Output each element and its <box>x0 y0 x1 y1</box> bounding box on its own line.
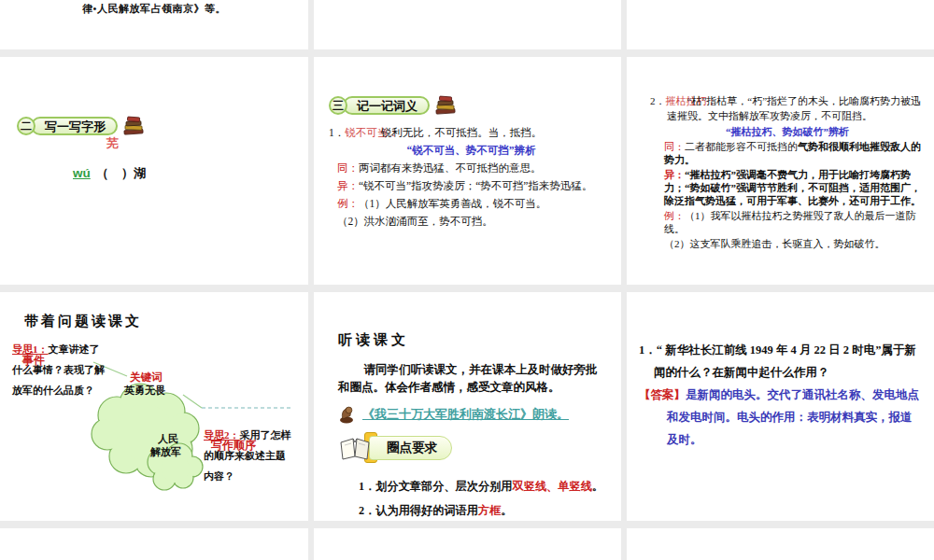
question-line: 1．“ 新华社长江前线 1949 年 4 月 22 日 2 时电”属于新闻的什么… <box>639 339 921 384</box>
answer-text: 是新闻的电头。交代了通讯社名称、发电地点和发电时间。电头的作用：表明材料真实，报… <box>667 388 919 446</box>
slide-word-meanings-2[interactable]: 2．摧枯拉朽：“枯”指枯草，“朽”指烂了的木头，比喻腐朽势力被迅速摧毁。文中指解… <box>627 57 934 285</box>
keyword-label: 关键词 <box>130 371 163 385</box>
books-icon <box>433 95 458 116</box>
item-highlight: 双竖线、单竖线 <box>513 480 592 493</box>
diff-text: “摧枯拉朽”强调毫不费气力，用于比喻打垮腐朽势力；“势如破竹”强调节节胜利，不可… <box>664 169 921 206</box>
list-item: 1．划分文章部分、层次分别用双竖线、单竖线。 <box>359 474 612 498</box>
section-badge: 二 写一写字形 <box>17 115 146 137</box>
slide-fragment-poem[interactable]: 律•人民解放军占领南京》等。 <box>0 0 308 49</box>
guiding-question-2: 导思2：采用了怎样的顺序来叙述主题内容？ <box>204 425 294 486</box>
listen-title: 听读课文 <box>338 331 612 349</box>
slide-next-blank-2[interactable] <box>314 528 621 560</box>
overlay-keyword-order: 写作顺序 <box>211 438 256 454</box>
example-line-2: （2）洪水汹涌而至，势不可挡。 <box>337 213 614 231</box>
overlay-keyword-event: 事件 <box>22 353 45 369</box>
pinyin-blank-line: wú（ ）湖 <box>73 165 147 182</box>
same-line: 同：二者都能形容不可抵挡的气势和很顺利地摧毁敌人的势力。 <box>664 140 925 166</box>
comparison-title: “摧枯拉朽、势如破竹”辨析 <box>650 125 925 138</box>
cloud-text-line-2: 解放军 <box>150 445 181 459</box>
answer-label: 【答案】 <box>639 388 686 401</box>
section-badge: 三 记一记词义 <box>329 94 458 117</box>
character-after-blank: 湖 <box>134 166 147 180</box>
slide-next-blank-3[interactable] <box>627 528 934 560</box>
keyword-text: 英勇无畏 <box>124 384 165 398</box>
item-highlight: 方框 <box>478 504 501 517</box>
audio-link-row: 《我三十万大军胜利南渡长江》朗读。 <box>338 405 612 424</box>
slide-listen-reading[interactable]: 听读课文 请同学们听读课文，并在课本上及时做好旁批和圈点。体会作者感情，感受文章… <box>314 292 621 521</box>
vocab2-content: 2．摧枯拉朽：“枯”指枯草，“朽”指烂了的木头，比喻腐朽势力被迅速摧毁。文中指解… <box>627 57 934 250</box>
requirement-list: 1．划分文章部分、层次分别用双竖线、单竖线。 2．认为用得好的词语用方框。 3．… <box>359 474 612 521</box>
blank-parens: （ ） <box>96 166 134 180</box>
same-label: 同： <box>664 141 685 152</box>
slide-question-answer[interactable]: 1．“ 新华社长江前线 1949 年 4 月 22 日 2 时电”属于新闻的什么… <box>627 292 934 521</box>
item-number: 1． <box>329 127 345 138</box>
list-item: 2．认为用得好的词语用方框。 <box>359 498 612 521</box>
example-text-1: （1）我军以摧枯拉朽之势摧毁了敌人的最后一道防线。 <box>664 210 916 234</box>
definition: 锐利无比，不可抵挡。当，抵挡。 <box>381 127 543 138</box>
definition-line: 1．锐不可当：锐利无比，不可抵挡。当，抵挡。 <box>329 124 614 142</box>
item-text: 划分文章部分、层次分别用 <box>375 480 512 493</box>
same-text: 两词都有来势迅猛、不可抵挡的意思。 <box>359 162 542 174</box>
item-end: 。 <box>501 504 512 517</box>
item-end: 。 <box>592 480 603 493</box>
badge-number: 二 <box>17 117 35 135</box>
badge-label: 圈点要求 <box>369 436 452 460</box>
qa-content: 1．“ 新华社长江前线 1949 年 4 月 22 日 2 时电”属于新闻的什么… <box>627 292 934 451</box>
example-label: 例： <box>664 210 685 221</box>
slide-mindmap[interactable]: 带着问题读课文 导思1：文章讲述了什么事情？表现了解放军的什么品质？ 事件 关键… <box>0 292 308 521</box>
example-line-1: 例：（1）人民解放军英勇善战，锐不可当。 <box>337 195 614 213</box>
badge-label: 记一记词义 <box>343 96 430 115</box>
item-number: 2． <box>650 95 666 106</box>
definition: “枯”指枯草，“朽”指烂了的木头，比喻腐朽势力被迅速摧毁。文中指解放军攻势凌厉，… <box>667 95 921 121</box>
cloud-text-line-1: 人民 <box>158 432 178 446</box>
answer-line: 【答案】是新闻的电头。交代了通讯社名称、发电地点和发电时间。电头的作用：表明材料… <box>639 384 921 451</box>
example-text-1: （1）人民解放军英勇善战，锐不可当。 <box>359 198 546 209</box>
same-label: 同： <box>337 162 359 174</box>
diff-label: 异： <box>664 169 685 180</box>
definition-line: 2．摧枯拉朽：“枯”指枯草，“朽”指烂了的木头，比喻腐朽势力被迅速摧毁。文中指解… <box>650 93 925 123</box>
mindmap-title: 带着问题读课文 <box>24 313 142 330</box>
item-text: 认为用得好的词语用 <box>375 504 478 517</box>
question-text: “ 新华社长江前线 1949 年 4 月 22 日 2 时电”属于新闻的什么？在… <box>654 343 916 379</box>
badge-label: 写一写字形 <box>31 117 118 135</box>
example-label: 例： <box>337 198 359 209</box>
slide-fragment-blank-1[interactable] <box>314 0 621 49</box>
item-number: 1． <box>359 480 375 493</box>
audio-link[interactable]: 《我三十万大军胜利南渡长江》朗读。 <box>362 406 569 423</box>
vocab1-content: 三 记一记词义 1．锐不可当：锐利无比，不可抵挡。当，抵挡。 “锐不可当、势不可… <box>314 57 621 231</box>
guiding-question-1: 导思1：文章讲述了什么事情？表现了解放军的什么品质？ <box>12 339 106 400</box>
listen-instructions: 请同学们听读课文，并在课本上及时做好旁批和圈点。体会作者感情，感受文章的风格。 <box>338 361 601 397</box>
slide-word-meanings-1[interactable]: 三 记一记词义 1．锐不可当：锐利无比，不可抵挡。当，抵挡。 “锐不可当、势不可… <box>314 57 621 285</box>
diff-line: 异：“摧枯拉朽”强调毫不费气力，用于比喻打垮腐朽势力；“势如破竹”强调节节胜利，… <box>664 168 925 207</box>
slide-write-characters[interactable]: 二 写一写字形 芜 wú（ ）湖 <box>0 57 308 285</box>
red-character: 芜 <box>106 135 119 152</box>
slide-text: 律•人民解放军占领南京》等。 <box>0 0 308 16</box>
circling-requirements-badge: 圈点要求 <box>338 433 612 463</box>
pinyin: wú <box>73 166 91 180</box>
item-number: 2． <box>359 504 375 517</box>
badge-number: 三 <box>329 96 347 115</box>
open-book-icon <box>338 435 372 461</box>
slide-sorter-grid: 律•人民解放军占领南京》等。 二 写一写字形 芜 wú（ ）湖 三 记一记词义 <box>0 0 934 560</box>
slide-fragment-blank-2[interactable] <box>627 0 934 49</box>
listen-content: 听读课文 请同学们听读课文，并在课本上及时做好旁批和圈点。体会作者感情，感受文章… <box>314 292 621 521</box>
books-icon <box>121 116 146 136</box>
example-line-2: （2）这支军队乘胜追击，长驱直入，势如破竹。 <box>664 237 925 250</box>
example-text-2: （2）这支军队乘胜追击，长驱直入，势如破竹。 <box>664 238 885 249</box>
same-text: 二者都能形容不可抵挡的 <box>685 141 798 152</box>
diff-line: 异：“锐不可当”指攻势凌厉；“势不可挡”指来势迅猛。 <box>337 177 614 195</box>
example-text-2: （2）洪水汹涌而至，势不可挡。 <box>337 216 493 227</box>
comparison-title: “锐不可当、势不可挡”辨析 <box>329 142 614 160</box>
slide-next-blank-1[interactable] <box>0 528 308 560</box>
diff-label: 异： <box>337 180 359 191</box>
diff-text: “锐不可当”指攻势凌厉；“势不可挡”指来势迅猛。 <box>359 180 592 191</box>
same-line: 同：两词都有来势迅猛、不可抵挡的意思。 <box>337 160 614 177</box>
gramophone-icon <box>338 405 355 424</box>
example-line-1: 例：（1）我军以摧枯拉朽之势摧毁了敌人的最后一道防线。 <box>664 209 925 235</box>
question-number: 1． <box>639 343 657 357</box>
